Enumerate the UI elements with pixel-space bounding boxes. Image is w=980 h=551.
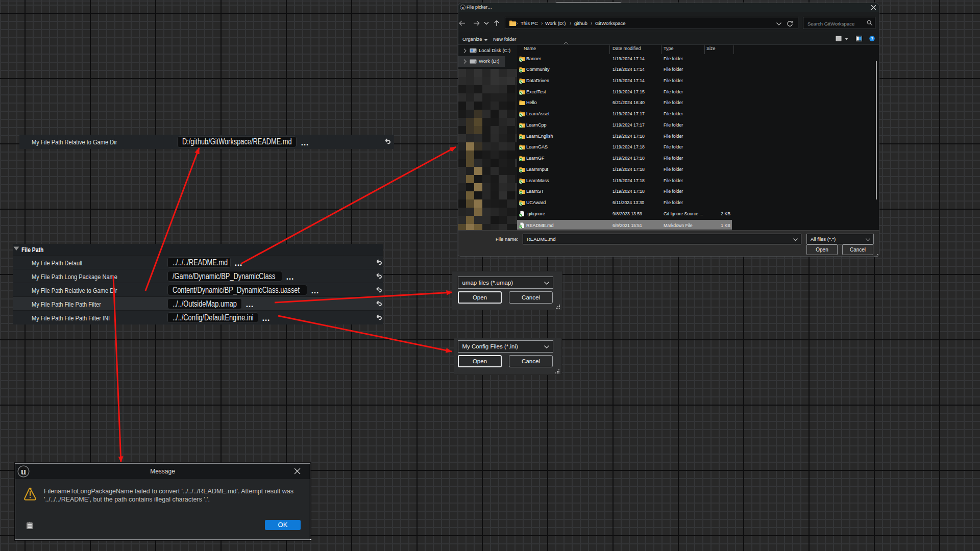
- svg-text:?: ?: [871, 36, 873, 41]
- svg-text:u: u: [462, 6, 464, 10]
